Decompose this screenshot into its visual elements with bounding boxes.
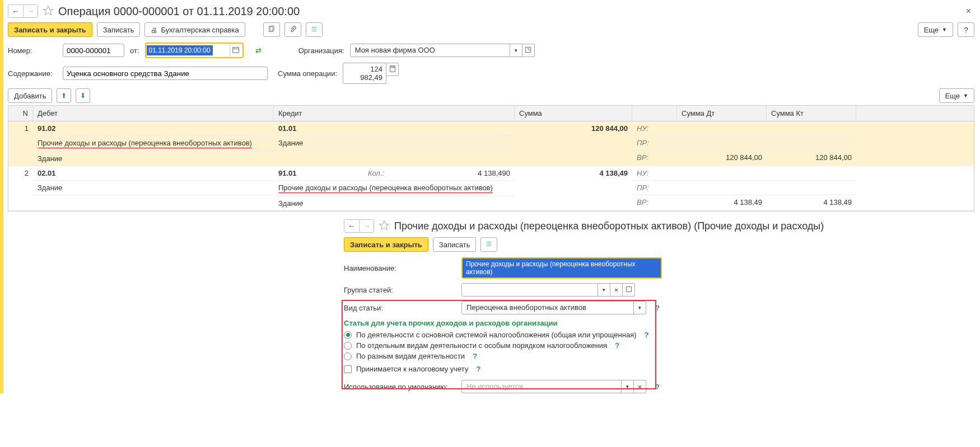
default-combo[interactable]: Не используется ▾ × bbox=[461, 380, 646, 393]
add-row-button[interactable]: Добавить bbox=[8, 88, 52, 103]
org-value: Моя новая фирма ООО bbox=[350, 44, 510, 57]
radio-various[interactable] bbox=[344, 352, 352, 360]
tax-check-label: Принимается к налоговому учету bbox=[356, 365, 468, 373]
table-row[interactable]: 1 91.02 Прочие доходы и расходы (переоце… bbox=[8, 121, 974, 166]
sum-dt: 4 138,49 bbox=[677, 195, 767, 209]
help-label: ? bbox=[964, 26, 968, 34]
close-button[interactable]: × bbox=[963, 6, 974, 16]
dialog-favorite-icon[interactable] bbox=[379, 220, 390, 233]
svg-rect-6 bbox=[233, 47, 239, 53]
tax-vr: ВР: bbox=[632, 150, 677, 164]
radio1-help[interactable]: ? bbox=[645, 331, 649, 339]
content-label: Содержание: bbox=[8, 69, 57, 78]
save-label: Записать bbox=[103, 26, 134, 34]
credit-sub1: Здание bbox=[274, 135, 515, 150]
chevron-down-icon: ▼ bbox=[942, 27, 947, 32]
forward-button[interactable] bbox=[23, 5, 38, 17]
more-button[interactable]: Еще▼ bbox=[918, 22, 953, 37]
check-help[interactable]: ? bbox=[476, 365, 480, 373]
calendar-button[interactable] bbox=[230, 44, 242, 57]
group-dropdown-button[interactable]: ▾ bbox=[598, 283, 610, 297]
tax-pr: ПР: bbox=[632, 135, 677, 150]
from-label: от: bbox=[130, 46, 139, 55]
credit-acc: 01.01 bbox=[274, 121, 515, 135]
entries-grid: N Дебет Кредит Сумма Сумма Дт Сумма Кт 1… bbox=[8, 105, 974, 211]
group-open-button[interactable] bbox=[623, 283, 635, 297]
item-dialog: Прочие доходы и расходы (переоценка внео… bbox=[344, 219, 974, 393]
radio-main-system-label: По деятельности с основной системой нало… bbox=[356, 331, 637, 339]
print-ref-button[interactable]: Бухгалтерская справка bbox=[144, 22, 245, 37]
save-close-button[interactable]: Записать и закрыть bbox=[8, 22, 92, 37]
list-icon bbox=[310, 25, 318, 35]
org-combo[interactable]: Моя новая фирма ООО ▾ bbox=[350, 44, 535, 57]
kind-help-button[interactable]: ? bbox=[655, 304, 660, 312]
col-sum-dt: Сумма Дт bbox=[677, 106, 767, 121]
group-label: Группа статей: bbox=[344, 286, 456, 294]
copy-button[interactable] bbox=[263, 22, 280, 37]
default-clear-button[interactable]: × bbox=[634, 380, 646, 393]
default-dropdown-button[interactable]: ▾ bbox=[622, 380, 634, 393]
tax-nu: НУ: bbox=[632, 166, 677, 180]
list-icon bbox=[485, 240, 493, 250]
table-more-button[interactable]: Еще▼ bbox=[939, 88, 974, 103]
radio3-help[interactable]: ? bbox=[473, 352, 477, 360]
radio-main-system[interactable] bbox=[344, 331, 352, 339]
col-tax bbox=[632, 106, 677, 121]
debit-sub1: Здание bbox=[33, 180, 274, 195]
list-button[interactable] bbox=[306, 22, 323, 37]
open-icon bbox=[524, 46, 532, 55]
name-input[interactable]: Прочие доходы и расходы (переоценка внео… bbox=[461, 257, 662, 279]
nav-buttons bbox=[8, 4, 38, 18]
svg-marker-0 bbox=[44, 6, 53, 15]
save-button[interactable]: Записать bbox=[97, 22, 141, 37]
tax-vr: ВР: bbox=[632, 195, 677, 209]
attach-button[interactable] bbox=[284, 22, 301, 37]
row-sum: 120 844,00 bbox=[515, 121, 632, 135]
kind-dropdown-button[interactable]: ▾ bbox=[634, 301, 646, 314]
radio-special-label: По отдельным видам деятельности с особым… bbox=[356, 341, 607, 350]
kind-combo[interactable]: Переоценка внеоборотных активов ▾ bbox=[461, 301, 646, 314]
date-value: 01.11.2019 20:00:00 bbox=[147, 45, 213, 55]
open-icon bbox=[625, 285, 633, 295]
org-label: Организация: bbox=[298, 46, 344, 55]
back-button[interactable] bbox=[8, 5, 23, 17]
dialog-save-label: Записать bbox=[439, 241, 470, 249]
favorite-icon[interactable] bbox=[43, 5, 54, 18]
debit-acc: 91.02 bbox=[33, 121, 274, 135]
dialog-list-button[interactable] bbox=[480, 237, 497, 252]
help-button[interactable]: ? bbox=[958, 22, 974, 37]
calc-button[interactable] bbox=[386, 63, 399, 76]
org-open-button[interactable] bbox=[522, 44, 535, 57]
group-clear-button[interactable]: × bbox=[610, 283, 623, 297]
table-row[interactable]: 2 02.01 Здание 91.01 Кол.: 4 138,490 Про… bbox=[8, 166, 974, 211]
table-more-label: Еще bbox=[945, 92, 960, 100]
radio-special[interactable] bbox=[344, 342, 352, 350]
chevron-down-icon: ▾ bbox=[626, 384, 629, 389]
number-input[interactable] bbox=[63, 44, 124, 57]
qty-label: Кол.: bbox=[363, 166, 414, 180]
dialog-forward-button[interactable] bbox=[359, 220, 374, 232]
org-dropdown-button[interactable]: ▾ bbox=[510, 44, 522, 57]
content-input[interactable] bbox=[63, 67, 268, 80]
tax-check[interactable] bbox=[344, 365, 352, 373]
radio2-help[interactable]: ? bbox=[615, 341, 619, 350]
date-field[interactable]: 01.11.2019 20:00:00 bbox=[145, 43, 244, 58]
kind-value: Переоценка внеоборотных активов bbox=[461, 301, 634, 314]
dialog-save-close-button[interactable]: Записать и закрыть bbox=[344, 237, 428, 252]
default-help[interactable]: ? bbox=[655, 383, 660, 391]
dialog-save-button[interactable]: Записать bbox=[433, 237, 477, 252]
svg-rect-10 bbox=[390, 66, 394, 68]
group-combo[interactable]: ▾ × bbox=[461, 283, 635, 297]
section-title: Статья для учета прочих доходов и расход… bbox=[344, 319, 974, 327]
row-n: 1 bbox=[8, 121, 33, 166]
chevron-down-icon: ▼ bbox=[963, 93, 968, 98]
row-sum: 4 138,49 bbox=[515, 166, 632, 180]
name-label: Наименование: bbox=[344, 264, 456, 272]
credit-sub1: Прочие доходы и расходы (переоценка внео… bbox=[274, 180, 515, 196]
move-up-button[interactable] bbox=[57, 88, 71, 103]
move-down-button[interactable] bbox=[76, 88, 90, 103]
calendar-icon bbox=[232, 46, 240, 55]
add-label: Добавить bbox=[14, 92, 46, 100]
dialog-back-button[interactable] bbox=[344, 220, 359, 232]
swap-button[interactable]: ⇄ bbox=[253, 44, 265, 57]
